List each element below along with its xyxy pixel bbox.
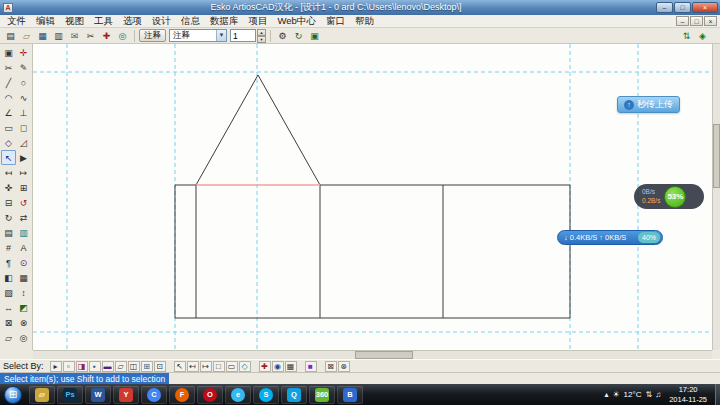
taskbar-app-ie[interactable]: e bbox=[225, 386, 251, 404]
vertical-scrollbar[interactable] bbox=[712, 44, 720, 350]
taskbar-app-app-red[interactable]: Y bbox=[113, 386, 139, 404]
palette-tool-icon[interactable]: ◩ bbox=[16, 300, 31, 315]
tray-icon[interactable]: ♫ bbox=[655, 390, 661, 399]
palette-tool-icon[interactable]: ▶ bbox=[16, 150, 31, 165]
palette-tool-icon[interactable]: ✎ bbox=[16, 60, 31, 75]
toolbar-icon[interactable]: ◈ bbox=[695, 29, 710, 42]
palette-tool-icon[interactable]: ⊞ bbox=[16, 180, 31, 195]
taskbar-app-netdisk[interactable]: B bbox=[337, 386, 363, 404]
tray-expand-icon[interactable]: ▴ bbox=[604, 390, 608, 399]
selectby-icon[interactable]: ⊠ bbox=[325, 361, 337, 372]
horizontal-scrollbar[interactable] bbox=[33, 350, 712, 359]
selectby-icon[interactable]: ◨ bbox=[76, 361, 88, 372]
palette-tool-icon[interactable]: ∿ bbox=[16, 90, 31, 105]
palette-tool-icon[interactable]: ✂ bbox=[1, 60, 16, 75]
vertical-scroll-thumb[interactable] bbox=[713, 124, 720, 188]
toolbar-icon[interactable]: ▦ bbox=[35, 29, 50, 42]
toolbar-icon[interactable]: ✂ bbox=[83, 29, 98, 42]
palette-tool-icon[interactable]: ◠ bbox=[1, 90, 16, 105]
palette-tool-icon[interactable]: ✛ bbox=[16, 45, 31, 60]
toolbar-icon[interactable]: ▥ bbox=[51, 29, 66, 42]
taskbar-app-firefox[interactable]: F bbox=[169, 386, 195, 404]
menu-设计[interactable]: 设计 bbox=[147, 15, 176, 28]
toolbar-icon[interactable]: ⚙ bbox=[275, 29, 290, 42]
palette-tool-icon[interactable]: ↺ bbox=[16, 195, 31, 210]
taskbar-app-opera[interactable]: O bbox=[197, 386, 223, 404]
menu-视图[interactable]: 视图 bbox=[60, 15, 89, 28]
toolbar-icon[interactable]: ◎ bbox=[115, 29, 130, 42]
menu-Web中心[interactable]: Web中心 bbox=[273, 15, 321, 28]
close-button[interactable]: × bbox=[692, 2, 718, 13]
drawing-canvas[interactable]: ↑ 秒传上传 0B/s 0.2B/s 53% ↓ 0.4KB/S ↑ 0KB/S… bbox=[33, 44, 712, 350]
selectby-icon[interactable]: ▱ bbox=[115, 361, 127, 372]
menu-选项[interactable]: 选项 bbox=[118, 15, 147, 28]
palette-tool-icon[interactable]: ◇ bbox=[1, 135, 16, 150]
selectby-icon[interactable]: ⊗ bbox=[338, 361, 350, 372]
minimize-button[interactable]: – bbox=[656, 2, 673, 13]
palette-tool-icon[interactable]: ╱ bbox=[1, 75, 16, 90]
palette-tool-icon[interactable]: ▦ bbox=[16, 270, 31, 285]
taskbar-app-qq[interactable]: Q bbox=[281, 386, 307, 404]
menu-项目[interactable]: 项目 bbox=[244, 15, 273, 28]
menu-信息[interactable]: 信息 bbox=[176, 15, 205, 28]
mdi-restore-button[interactable]: □ bbox=[690, 16, 703, 26]
toolbar-icon[interactable]: ✉ bbox=[67, 29, 82, 42]
mdi-close-button[interactable]: × bbox=[704, 16, 717, 26]
selectby-icon[interactable]: ◉ bbox=[272, 361, 284, 372]
selectby-icon[interactable]: ◫ bbox=[128, 361, 140, 372]
selectby-icon[interactable]: ⊞ bbox=[141, 361, 153, 372]
palette-tool-icon[interactable]: # bbox=[1, 240, 16, 255]
palette-tool-icon[interactable]: ↦ bbox=[16, 165, 31, 180]
palette-tool-icon[interactable]: ⊟ bbox=[1, 195, 16, 210]
menu-编辑[interactable]: 编辑 bbox=[31, 15, 60, 28]
toolbar-icon[interactable]: ✚ bbox=[99, 29, 114, 42]
scale-stepper[interactable]: ▲▼ bbox=[257, 29, 266, 42]
palette-tool-icon[interactable]: ↕ bbox=[16, 285, 31, 300]
selectby-icon[interactable]: ▦ bbox=[285, 361, 297, 372]
toolbar-icon[interactable]: ↻ bbox=[291, 29, 306, 42]
selectby-icon[interactable]: ▪ bbox=[89, 361, 101, 372]
palette-tool-icon[interactable]: ◻ bbox=[16, 120, 31, 135]
toolbar-icon[interactable]: ▱ bbox=[19, 29, 34, 42]
selectby-icon[interactable]: ▭ bbox=[226, 361, 238, 372]
palette-tool-icon[interactable]: ▱ bbox=[1, 330, 16, 345]
design-drawing[interactable] bbox=[33, 44, 712, 350]
selectby-icon[interactable]: ◇ bbox=[239, 361, 251, 372]
taskbar-app-photoshop[interactable]: Ps bbox=[57, 386, 83, 404]
palette-tool-icon[interactable]: ◿ bbox=[16, 135, 31, 150]
horizontal-scroll-thumb[interactable] bbox=[355, 351, 413, 359]
palette-tool-icon[interactable]: ◎ bbox=[16, 330, 31, 345]
selectby-icon[interactable]: ✚ bbox=[259, 361, 271, 372]
palette-tool-icon[interactable]: ↻ bbox=[1, 210, 16, 225]
toolbar-icon[interactable]: ▣ bbox=[307, 29, 322, 42]
selectby-icon[interactable]: ▬ bbox=[102, 361, 114, 372]
palette-tool-icon[interactable]: ⊗ bbox=[16, 315, 31, 330]
cloud-upload-button[interactable]: ↑ 秒传上传 bbox=[617, 96, 680, 113]
palette-tool-icon[interactable]: ▧ bbox=[1, 285, 16, 300]
palette-tool-icon[interactable]: ↔ bbox=[1, 300, 16, 315]
menu-文件[interactable]: 文件 bbox=[2, 15, 31, 28]
palette-tool-icon[interactable]: A bbox=[16, 240, 31, 255]
palette-tool-icon[interactable]: ▤ bbox=[1, 225, 16, 240]
palette-tool-icon[interactable]: ↖ bbox=[1, 150, 16, 165]
annotation-toggle-button[interactable]: 注释 bbox=[139, 29, 166, 42]
palette-tool-icon[interactable]: ∠ bbox=[1, 105, 16, 120]
selectby-icon[interactable]: ▫ bbox=[63, 361, 75, 372]
palette-tool-icon[interactable]: ▭ bbox=[1, 120, 16, 135]
palette-tool-icon[interactable]: ▥ bbox=[16, 225, 31, 240]
taskbar-app-word[interactable]: W bbox=[85, 386, 111, 404]
show-desktop-button[interactable] bbox=[715, 384, 720, 405]
speedball-widget[interactable]: 0B/s 0.2B/s 53% bbox=[634, 184, 704, 209]
weather-temp[interactable]: 12°C bbox=[624, 390, 642, 399]
maximize-button[interactable]: □ bbox=[674, 2, 691, 13]
annotation-combo[interactable]: 注释 ▼ bbox=[169, 29, 227, 42]
selectby-icon[interactable]: ↖ bbox=[174, 361, 186, 372]
taskbar-app-skype[interactable]: S bbox=[253, 386, 279, 404]
palette-tool-icon[interactable]: ✜ bbox=[1, 180, 16, 195]
palette-tool-icon[interactable]: ⊥ bbox=[16, 105, 31, 120]
taskbar-app-chrome[interactable]: C bbox=[141, 386, 167, 404]
toolbar-icon[interactable]: ▤ bbox=[3, 29, 18, 42]
toolbar-icon[interactable]: ⇅ bbox=[679, 29, 694, 42]
palette-tool-icon[interactable]: ¶ bbox=[1, 255, 16, 270]
palette-tool-icon[interactable]: ○ bbox=[16, 75, 31, 90]
